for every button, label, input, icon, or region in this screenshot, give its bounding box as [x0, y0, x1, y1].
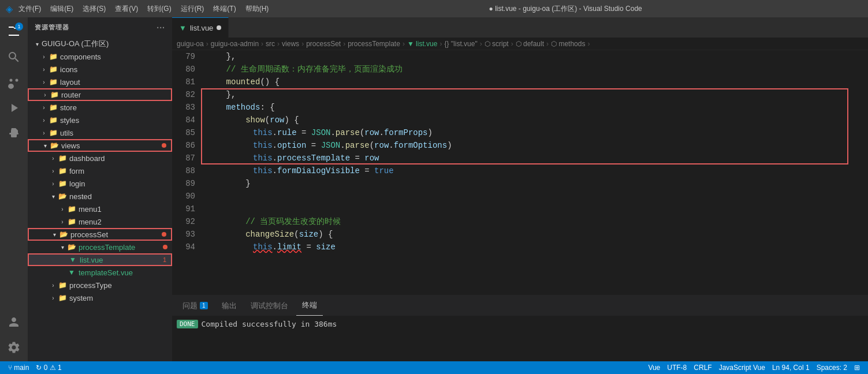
chevron-right-icon: ›	[39, 65, 49, 74]
menu-view[interactable]: 查看(V)	[115, 4, 138, 14]
bc-listvue[interactable]: ▼ list.vue	[407, 40, 438, 48]
status-encoding[interactable]: UTF-8	[664, 364, 690, 372]
sidebar-label-menu2: menu2	[79, 218, 167, 226]
terminal-line: DONE Compiled successfully in 386ms	[177, 318, 863, 330]
sidebar-label-nested: nested	[69, 192, 167, 201]
sidebar-label-icons: icons	[60, 65, 167, 74]
files-activity-icon[interactable]: 1	[2, 20, 25, 43]
bc-processset[interactable]: processSet	[306, 40, 341, 48]
code-editor[interactable]: 79 80 81 82 83 84 85 86 87 88 89 90 91 9…	[172, 50, 868, 295]
sidebar-item-root[interactable]: ▾ GUIGU-OA (工作区)	[28, 38, 172, 50]
status-position[interactable]: Ln 94, Col 1	[769, 364, 813, 372]
settings-activity-icon[interactable]	[2, 336, 25, 359]
folder-icon: 📁	[58, 179, 67, 188]
status-eol[interactable]: CRLF	[690, 364, 715, 372]
sidebar-item-views[interactable]: ▾ 📂 views	[28, 139, 172, 152]
sidebar-item-utils[interactable]: › 📁 utils	[28, 126, 172, 139]
titlebar: ◈ 文件(F) 编辑(E) 选择(S) 查看(V) 转到(G) 运行(R) 终端…	[0, 0, 868, 17]
sidebar-item-nested[interactable]: ▾ 📂 nested	[28, 190, 172, 203]
code-line-81: mounted() {	[207, 76, 860, 88]
panel-tab-debug-label: 调试控制台	[251, 301, 288, 311]
sidebar-root-label: GUIGU-OA (工作区)	[42, 39, 167, 49]
sidebar-item-processset[interactable]: ▾ 📂 processSet	[28, 228, 172, 241]
panel-tab-debug[interactable]: 调试控制台	[245, 296, 294, 316]
sidebar-item-processtype[interactable]: › 📁 processType	[28, 279, 172, 291]
accounts-activity-icon[interactable]	[2, 311, 25, 334]
chevron-down-icon: ▾	[49, 192, 58, 201]
status-branch[interactable]: ⑂ main	[5, 364, 32, 372]
menu-file[interactable]: 文件(F)	[18, 4, 41, 14]
panel-tab-problems-label: 问题	[182, 301, 198, 311]
sidebar-item-router[interactable]: › 📁 router	[28, 88, 172, 101]
sidebar-item-login[interactable]: › 📁 login	[28, 177, 172, 190]
folder-open-icon: 📂	[58, 192, 67, 201]
sidebar-item-form[interactable]: › 📁 form	[28, 164, 172, 177]
sidebar-label-login: login	[69, 179, 167, 188]
menu-edit[interactable]: 编辑(E)	[50, 4, 73, 14]
sidebar-item-store[interactable]: › 📁 store	[28, 101, 172, 114]
scrollbar[interactable]	[860, 50, 868, 295]
menu-terminal[interactable]: 终端(T)	[213, 4, 236, 14]
bc-methods[interactable]: ⬡ methods	[551, 40, 585, 48]
vscode-icon: ◈	[6, 3, 13, 14]
status-errors[interactable]: ↻ 0 ⚠ 1	[32, 364, 65, 372]
status-spaces[interactable]: Spaces: 2	[813, 364, 851, 372]
source-control-activity-icon[interactable]	[2, 71, 25, 94]
done-badge: DONE	[177, 320, 198, 328]
sidebar-item-processtemplate[interactable]: ▾ 📂 processTemplate	[28, 241, 172, 253]
panel-tab-problems[interactable]: 问题 1	[177, 296, 214, 316]
sidebar-item-icons[interactable]: › 📁 icons	[28, 63, 172, 76]
sidebar-label-styles: styles	[60, 116, 167, 125]
bc-processtemplate[interactable]: processTemplate	[348, 40, 400, 48]
folder-icon: 📁	[50, 90, 59, 99]
sidebar-item-templatesetvue[interactable]: ▼ templateSet.vue	[28, 266, 172, 279]
sidebar-item-system[interactable]: › 📁 system	[28, 291, 172, 304]
terminal-text: Compiled successfully in 386ms	[202, 320, 337, 328]
sidebar-more-button[interactable]: ···	[157, 23, 165, 32]
tab-listvue[interactable]: ▼ list.vue	[172, 17, 229, 38]
sidebar-label-templatesetvue: templateSet.vue	[79, 268, 167, 277]
sidebar-label-system: system	[69, 294, 167, 302]
bc-listvue-obj[interactable]: {} "list.vue"	[444, 40, 477, 48]
sidebar-item-dashboard[interactable]: › 📁 dashboard	[28, 152, 172, 164]
sidebar-item-menu2[interactable]: › 📁 menu2	[28, 215, 172, 228]
sidebar-item-listvue[interactable]: ▼ list.vue 1	[28, 253, 172, 266]
bc-default[interactable]: ⬡ default	[516, 40, 544, 48]
status-language[interactable]: JavaScript Vue	[716, 364, 769, 372]
sidebar-item-components[interactable]: › 📁 components	[28, 50, 172, 63]
panel-tab-terminal-label: 终端	[302, 300, 317, 311]
tab-modified-dot	[217, 25, 221, 30]
bc-guigu-oa[interactable]: guigu-oa	[177, 40, 204, 48]
bc-script[interactable]: ⬡ script	[485, 40, 509, 48]
panel-tab-output[interactable]: 输出	[216, 296, 243, 316]
sidebar-item-styles[interactable]: › 📁 styles	[28, 114, 172, 126]
folder-icon: 📁	[49, 77, 58, 87]
panel-tab-terminal[interactable]: 终端	[296, 296, 323, 316]
menu-bar[interactable]: 文件(F) 编辑(E) 选择(S) 查看(V) 转到(G) 运行(R) 终端(T…	[18, 4, 269, 14]
menu-help[interactable]: 帮助(H)	[245, 4, 269, 14]
window-title: ● list.vue - guigu-oa (工作区) - Visual Stu…	[269, 4, 862, 14]
menu-select[interactable]: 选择(S)	[83, 4, 106, 14]
extensions-activity-icon[interactable]	[2, 122, 25, 145]
chevron-down-icon: ▾	[40, 141, 50, 150]
sidebar-label-store: store	[60, 103, 167, 112]
bc-admin[interactable]: guigu-oa-admin	[211, 40, 259, 48]
code-line-90	[207, 190, 860, 203]
sidebar-item-layout[interactable]: › 📁 layout	[28, 76, 172, 88]
status-vue[interactable]: Vue	[645, 364, 664, 372]
sidebar-label-processtemplate: processTemplate	[79, 243, 163, 252]
code-content[interactable]: }, // 生命周期函数：内存准备完毕，页面渲染成功 mounted() { }…	[201, 50, 860, 295]
code-line-89: }	[207, 177, 860, 190]
search-activity-icon[interactable]	[2, 46, 25, 69]
menu-goto[interactable]: 转到(G)	[147, 4, 171, 14]
chevron-down-icon: ▾	[50, 230, 59, 239]
run-activity-icon[interactable]	[2, 96, 25, 119]
status-layout[interactable]: ⊞	[851, 364, 863, 372]
bc-views[interactable]: views	[282, 40, 299, 48]
sidebar-label-menu1: menu1	[79, 205, 167, 214]
bc-src[interactable]: src	[266, 40, 275, 48]
chevron-right-icon: ›	[49, 166, 58, 175]
sidebar-item-menu1[interactable]: › 📁 menu1	[28, 203, 172, 215]
sidebar-label-views: views	[61, 141, 162, 150]
menu-run[interactable]: 运行(R)	[181, 4, 204, 14]
